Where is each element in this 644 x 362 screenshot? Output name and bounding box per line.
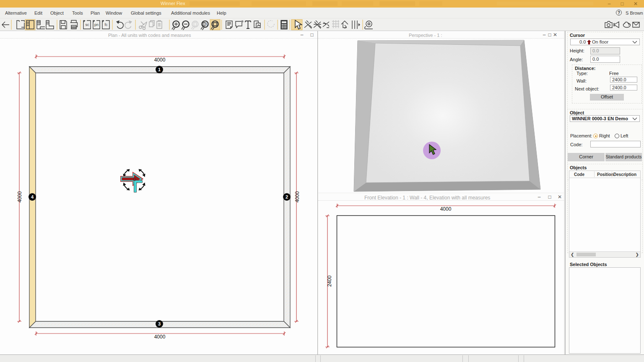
svg-text:4000: 4000 [294, 191, 300, 202]
svg-text:fc: fc [104, 23, 108, 27]
svg-text:2: 2 [286, 194, 288, 199]
svg-text:4000: 4000 [154, 334, 166, 340]
svg-text:4000: 4000 [440, 206, 452, 212]
svg-text:sc: sc [86, 23, 90, 27]
svg-text:3: 3 [158, 321, 161, 326]
svg-text:2400: 2400 [327, 275, 332, 287]
svg-text:pn: pn [94, 23, 99, 27]
svg-text:4: 4 [31, 194, 34, 199]
svg-text:4000: 4000 [17, 191, 23, 202]
svg-text:4000: 4000 [154, 57, 166, 63]
svg-text:1: 1 [158, 67, 161, 72]
